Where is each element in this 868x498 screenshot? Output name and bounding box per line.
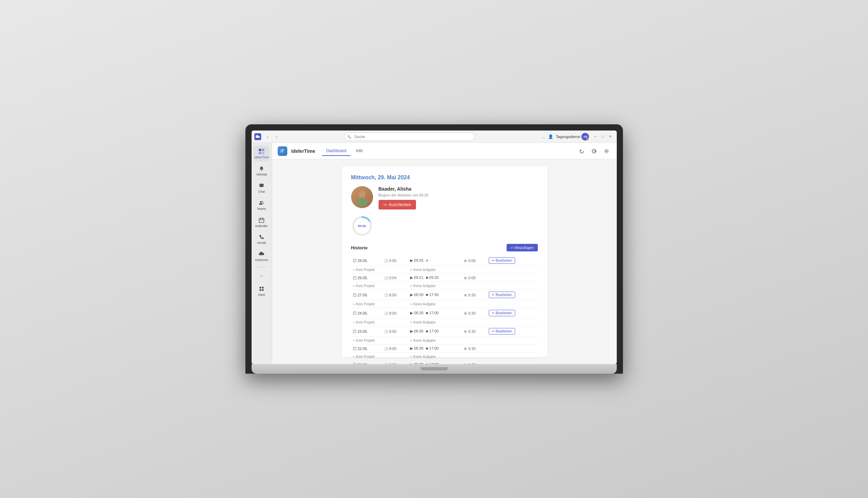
avatar-placeholder bbox=[351, 186, 373, 208]
nav-back-button[interactable]: ‹ bbox=[264, 133, 271, 140]
titlebar-left: ‹ › bbox=[254, 133, 309, 140]
table-row-sub: ↪ Kein Projekt ≡ Keine Aufgabe bbox=[351, 318, 538, 326]
more-icon: ··· bbox=[258, 272, 265, 280]
dashboard-panel: Mittwoch, 29. Mai 2024 bbox=[342, 166, 547, 357]
tab-dashboard[interactable]: Dashboard bbox=[322, 146, 350, 156]
app-header-actions bbox=[577, 146, 611, 156]
history-duration: 🕐 0:04 bbox=[383, 274, 409, 282]
checkout-icon: ↪ bbox=[383, 202, 387, 207]
timer-circle: 00:26 bbox=[351, 215, 373, 237]
history-edit-cell: ✏ Bearbeiten bbox=[487, 308, 537, 318]
svg-point-7 bbox=[260, 201, 262, 203]
user-name: Baader, Alisha bbox=[379, 186, 538, 192]
svg-point-17 bbox=[357, 198, 368, 206]
svg-rect-1 bbox=[258, 136, 260, 138]
history-task: ≡ Keine Aufgabe bbox=[409, 282, 538, 290]
minimize-button[interactable]: ─ bbox=[592, 133, 599, 140]
content-area: iT IdelerTime Dashboard Info bbox=[272, 143, 617, 364]
edit-button[interactable]: ✏ Bearbeiten bbox=[489, 310, 515, 316]
timer-text: 00:26 bbox=[358, 224, 366, 228]
sidebar-item-aktivitat[interactable]: Aktivität bbox=[253, 163, 270, 179]
titlebar-right: ... 👤 Tagungsdienst Ab ─ □ ✕ bbox=[545, 133, 614, 140]
sidebar-item-kalender[interactable]: Kalender bbox=[253, 214, 270, 230]
history-edit-cell bbox=[487, 361, 537, 364]
history-date: 📋 21.05. bbox=[351, 361, 383, 364]
svg-rect-4 bbox=[259, 152, 261, 154]
sidebar-item-onedrive[interactable]: OneDrive bbox=[253, 248, 270, 264]
app-name: IdelerTime bbox=[291, 148, 315, 154]
date-header: Mittwoch, 29. Mai 2024 bbox=[351, 174, 538, 181]
svg-point-15 bbox=[606, 150, 607, 152]
refresh-button[interactable] bbox=[577, 146, 587, 156]
table-row: 📋 22.05. 🕐 8:00 ▶ 08:30 ■ 17:00 ⏸ 0:30 bbox=[351, 344, 538, 353]
app-logo: iT bbox=[278, 146, 287, 156]
history-pause: ⏸ 0:30 bbox=[462, 308, 487, 318]
history-times: ▶ 08:30 ■ 17:00 bbox=[409, 361, 462, 364]
maximize-button[interactable]: □ bbox=[599, 133, 606, 140]
checkout-button[interactable]: ↪ Auschecken bbox=[379, 200, 416, 210]
sidebar-item-idelertime[interactable]: IdelerTime bbox=[253, 146, 270, 161]
table-row-sub: ↪ Kein Projekt ≡ Keine Aufgabe bbox=[351, 282, 538, 290]
svg-rect-2 bbox=[259, 149, 261, 151]
sidebar-item-label: Apps bbox=[258, 293, 265, 297]
history-project: ↪ Kein Projekt bbox=[351, 282, 409, 290]
nav-forward-button[interactable]: › bbox=[273, 133, 280, 140]
sidebar-item-teams[interactable]: Teams bbox=[253, 197, 270, 213]
idelertime-icon bbox=[258, 148, 265, 155]
apps-icon bbox=[258, 285, 265, 293]
table-row-sub: ↪ Kein Projekt ≡ Keine Aufgabe bbox=[351, 266, 538, 274]
sidebar-item-more[interactable]: ··· bbox=[253, 270, 270, 282]
historie-header: Historie + Hinzufügen bbox=[351, 244, 538, 251]
table-row-sub: ↪ Kein Projekt ≡ Keine Aufgabe bbox=[351, 353, 538, 361]
sidebar-item-label: Anrufe bbox=[257, 241, 266, 245]
close-button[interactable]: ✕ bbox=[607, 133, 614, 140]
sidebar-item-chat[interactable]: Chat bbox=[253, 180, 270, 196]
table-row: 📋 29.05. 🕐 0:04 ▶ 09:21 ■ 09:25 ⏸ 0:00 bbox=[351, 274, 538, 282]
history-duration: 🕐 0:00 bbox=[383, 256, 409, 266]
history-times: ▶ 08:30 ■ 17:00 bbox=[409, 344, 462, 353]
history-pause: ⏸ 0:30 bbox=[462, 361, 487, 364]
sidebar-item-label: Kalender bbox=[255, 225, 268, 228]
sync-button[interactable] bbox=[589, 146, 599, 156]
sidebar-item-anrufe[interactable]: Anrufe bbox=[253, 231, 270, 247]
history-task: ≡ Keine Aufgabe bbox=[409, 353, 538, 361]
history-pause: ⏸ 0:30 bbox=[462, 290, 487, 300]
user-badge: Tagungsdienst Ab bbox=[556, 133, 589, 140]
user-avatar bbox=[351, 186, 373, 208]
history-task: ≡ Keine Aufgabe bbox=[409, 318, 538, 326]
titlebar-search: 🔍 bbox=[344, 133, 475, 141]
table-row: 📋 24.05. 🕐 8:00 ▶ 08:30 ■ 17:00 ⏸ 0:30 ✏… bbox=[351, 308, 538, 318]
teams-sidebar-icon bbox=[258, 199, 265, 207]
history-pause: ⏸ 0:00 bbox=[462, 274, 487, 282]
history-date: 📋 22.05. bbox=[351, 344, 383, 353]
history-task: ≡ Keine Aufgabe bbox=[409, 300, 538, 308]
edit-button[interactable]: ✏ Bearbeiten bbox=[489, 328, 515, 335]
history-times: ▶ 08:30 ■ 17:00 bbox=[409, 308, 462, 318]
history-pause: ⏸ 0:30 bbox=[462, 326, 487, 337]
edit-button[interactable]: ✏ Bearbeiten bbox=[489, 257, 515, 264]
history-edit-cell bbox=[487, 274, 537, 282]
settings-button[interactable] bbox=[602, 146, 611, 156]
titlebar-nav: ‹ › bbox=[264, 133, 280, 140]
svg-rect-10 bbox=[259, 287, 261, 288]
edit-button[interactable]: ✏ Bearbeiten bbox=[489, 292, 515, 298]
tab-info[interactable]: Info bbox=[352, 146, 367, 156]
profile-button[interactable]: 👤 bbox=[548, 133, 553, 140]
history-project: ↪ Kein Projekt bbox=[351, 318, 409, 326]
history-duration: 🕐 8:00 bbox=[383, 344, 409, 353]
history-table: 📋 29.05. 🕐 0:00 ▶ 09:25 ■ ··· ⏸ 0:00 ✏ B… bbox=[351, 256, 538, 364]
search-input[interactable] bbox=[344, 133, 475, 141]
history-times: ▶ 08:30 ■ 17:00 bbox=[409, 326, 462, 337]
window-controls: ─ □ ✕ bbox=[592, 133, 614, 140]
app-tabs: Dashboard Info bbox=[322, 146, 367, 156]
svg-rect-12 bbox=[259, 289, 261, 291]
sidebar-item-apps[interactable]: Apps bbox=[253, 283, 270, 299]
user-info-card: Baader, Alisha Beginn der Arbeiten um 09… bbox=[351, 186, 538, 210]
table-row: 📋 23.05. 🕐 8:00 ▶ 08:30 ■ 17:00 ⏸ 0:30 ✏… bbox=[351, 326, 538, 337]
history-task: ≡ Keine Aufgabe bbox=[409, 337, 538, 344]
table-row: 📋 27.05. 🕐 8:00 ▶ 08:30 ■ 17:00 ⏸ 0:30 ✏… bbox=[351, 290, 538, 300]
sidebar-separator bbox=[256, 267, 267, 267]
more-options-button[interactable]: ... bbox=[542, 133, 545, 140]
bell-icon bbox=[258, 165, 265, 172]
add-button[interactable]: + Hinzufügen bbox=[507, 244, 537, 251]
